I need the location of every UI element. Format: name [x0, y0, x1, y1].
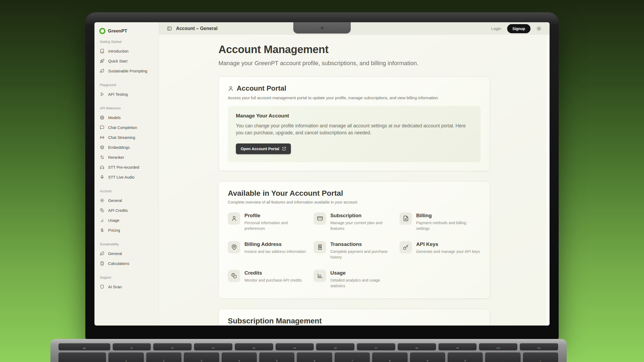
keyboard-key: 4 — [222, 352, 257, 362]
greenpt-logo-icon — [99, 28, 105, 34]
coins-icon — [100, 208, 104, 213]
sidebar-item-label: API Testing — [108, 92, 128, 97]
sidebar-item-pricing[interactable]: Pricing — [98, 225, 155, 235]
radio-icon — [100, 135, 104, 140]
sidebar-item-label: Embeddings — [108, 145, 130, 150]
keyboard-key: 7 — [335, 352, 370, 362]
map-pin-icon — [228, 241, 240, 253]
dollar-icon — [100, 228, 104, 232]
leaf-icon — [100, 251, 104, 256]
sidebar-item-models[interactable]: Models — [98, 113, 155, 123]
page-breadcrumb-title: Account – General — [176, 26, 218, 31]
sidebar: GreenPT Getting StartedIntroductionQuick… — [94, 22, 159, 326]
display-notch — [293, 22, 351, 34]
sidebar-item-label: Models — [108, 116, 121, 120]
receipt-icon — [314, 241, 326, 253]
sidebar-item-general[interactable]: General — [98, 249, 155, 258]
sidebar-item-label: Usage — [108, 218, 119, 223]
cpu-icon — [100, 115, 104, 120]
page-subtitle: Manage your GreenPT account profile, sub… — [218, 60, 490, 67]
keyboard-key: 5 — [259, 352, 294, 362]
sidebar-item-embeddings[interactable]: Embeddings — [98, 142, 155, 152]
keyboard-key: - — [485, 352, 520, 362]
login-link[interactable]: Login — [491, 26, 501, 31]
keyboard-key: 0 — [448, 352, 483, 362]
manage-account-title: Manage Your Account — [236, 113, 473, 119]
sidebar-item-calculations[interactable]: Calculations — [98, 258, 155, 268]
feature-description: Manage your current plan and features — [330, 220, 395, 231]
sidebar-item-quick-start[interactable]: Quick Start — [98, 56, 155, 66]
sidebar-item-label: Reranker — [108, 155, 124, 160]
account-portal-card: Account Portal Access your full account … — [218, 76, 490, 171]
sidebar-item-usage[interactable]: Usage — [98, 215, 155, 225]
logo[interactable]: GreenPT — [98, 22, 155, 36]
sidebar-section-label-support: Support — [100, 276, 153, 279]
feature-title: Billing — [416, 213, 481, 219]
manage-account-panel: Manage Your Account You can change your … — [228, 106, 481, 162]
keyboard-key: F10 — [479, 343, 517, 350]
user-icon — [228, 212, 240, 225]
feature-title: Subscription — [330, 213, 395, 219]
keyboard-key: 2 — [146, 352, 181, 362]
content-area: Account Management Manage your GreenPT a… — [159, 35, 550, 326]
keyboard-key: F4 — [235, 343, 273, 350]
open-account-portal-button[interactable]: Open Account Portal — [236, 143, 291, 154]
sidebar-item-introduction[interactable]: Introduction — [98, 46, 155, 56]
sidebar-item-api-testing[interactable]: API Testing — [98, 89, 155, 99]
keyboard-key: ` — [58, 352, 106, 362]
keyboard-key: 9 — [410, 352, 445, 362]
laptop-lid: GreenPT Getting StartedIntroductionQuick… — [85, 12, 559, 341]
sidebar-item-general[interactable]: General — [98, 195, 155, 205]
sidebar-item-ai-scan[interactable]: AI Scan — [98, 282, 155, 292]
sidebar-item-stt-pre-recorded[interactable]: STT Pre-recorded — [98, 162, 155, 172]
signup-button[interactable]: Signup — [507, 24, 530, 33]
feature-description: Generate and manage your API keys — [416, 249, 480, 254]
sidebar-item-reranker[interactable]: Reranker — [98, 152, 155, 162]
arrows-up-down-icon — [100, 155, 104, 160]
key-icon — [400, 241, 412, 253]
portal-features-card: Available in Your Account Portal Complet… — [218, 181, 490, 299]
feature-api-keys: API KeysGenerate and manage your API key… — [400, 241, 481, 260]
bar-chart-frame-icon — [314, 270, 326, 282]
sidebar-item-sustainable-prompting[interactable]: Sustainable Prompting — [98, 66, 155, 76]
keyboard-key: F1 — [113, 343, 151, 350]
sidebar-section-label-api-reference: API Reference — [100, 106, 153, 110]
headphones-icon — [100, 165, 104, 169]
laptop-base: escF1F2F3F4F5F6F7F8F9F10F11`1234567890-=… — [50, 339, 567, 362]
sidebar-item-label: General — [108, 252, 122, 256]
sidebar-item-label: API Credits — [108, 208, 128, 213]
sidebar-section-label-playground: Playground — [100, 83, 153, 87]
sidebar-section-label-getting-started: Getting Started — [100, 40, 153, 44]
sidebar-item-stt-live-audio[interactable]: STT Live Audio — [98, 172, 155, 182]
topbar: Account – General Login Signup — [159, 22, 550, 35]
keyboard-key: 6 — [297, 352, 332, 362]
scrollbar[interactable] — [546, 35, 550, 326]
manage-account-body: You can change your profile information … — [236, 122, 473, 136]
coins-icon — [228, 270, 240, 282]
feature-title: Credits — [244, 270, 302, 276]
features-grid: ProfilePersonal information and preferen… — [228, 212, 481, 289]
keyboard-key: 8 — [372, 352, 407, 362]
feature-usage: UsageDetailed analytics and usage statis… — [314, 270, 395, 289]
feature-billing: BillingPayment methods and billing setti… — [400, 212, 481, 231]
calculator-icon — [100, 261, 104, 266]
sidebar-item-label: Pricing — [108, 228, 120, 232]
sidebar-item-chat-streaming[interactable]: Chat Streaming — [98, 132, 155, 142]
file-text-icon — [400, 212, 412, 225]
open-account-portal-label: Open Account Portal — [241, 147, 279, 151]
shield-icon — [100, 285, 104, 289]
sidebar-item-chat-completion[interactable]: Chat Completion — [98, 123, 155, 132]
bar-chart-icon — [100, 218, 104, 223]
sidebar-item-label: General — [108, 198, 122, 203]
feature-description: Personal information and preferences — [244, 220, 309, 231]
sidebar-toggle-icon[interactable] — [167, 26, 172, 31]
feature-title: Profile — [244, 213, 309, 219]
logo-text: GreenPT — [108, 28, 127, 34]
keyboard-key: F5 — [276, 343, 314, 350]
sun-icon[interactable] — [536, 26, 541, 31]
book-icon — [100, 49, 104, 53]
sidebar-item-label: STT Live Audio — [108, 175, 134, 179]
keyboard-key: F3 — [194, 343, 232, 350]
keyboard-key: esc — [58, 343, 110, 350]
sidebar-item-api-credits[interactable]: API Credits — [98, 205, 155, 215]
